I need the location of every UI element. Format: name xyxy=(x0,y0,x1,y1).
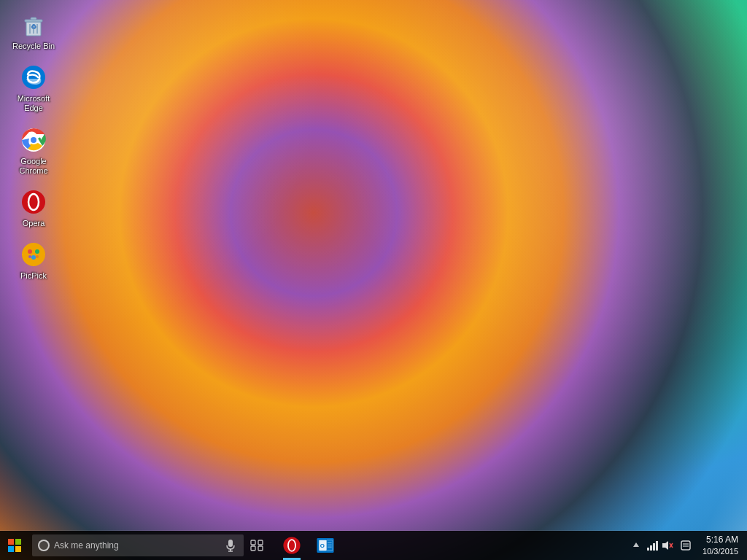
desktop-icon-picpick[interactable]: PicPick xyxy=(7,237,60,284)
svg-rect-40 xyxy=(647,548,649,551)
svg-rect-20 xyxy=(15,539,21,545)
desktop-icon-opera[interactable]: Opera xyxy=(7,184,60,231)
svg-point-13 xyxy=(22,243,45,266)
wallpaper xyxy=(0,0,747,560)
opera-label: Opera xyxy=(23,219,45,228)
task-view-button[interactable] xyxy=(244,531,270,560)
search-placeholder-text: Ask me anything xyxy=(54,540,223,551)
tray-chevron[interactable] xyxy=(629,534,643,556)
task-view-icon xyxy=(250,540,263,551)
clock[interactable]: 5:16 AM 10/3/2015 xyxy=(696,534,743,556)
edge-label: Microsoft Edge xyxy=(10,94,57,113)
svg-rect-43 xyxy=(656,541,658,551)
svg-point-10 xyxy=(31,137,36,143)
svg-point-15 xyxy=(35,249,39,254)
svg-rect-22 xyxy=(15,546,21,552)
volume-icon[interactable] xyxy=(661,534,676,556)
search-bar[interactable]: Ask me anything xyxy=(32,534,244,556)
svg-text:O: O xyxy=(320,542,325,549)
svg-point-7 xyxy=(22,66,45,89)
taskbar: Ask me anything xyxy=(0,531,747,560)
svg-rect-41 xyxy=(650,545,652,551)
svg-point-14 xyxy=(28,249,32,254)
start-button[interactable] xyxy=(0,531,29,560)
desktop-icon-recycle-bin[interactable]: ♻ Recycle Bin xyxy=(7,7,60,54)
desktop-icon-chrome[interactable]: Google Chrome xyxy=(7,122,60,179)
taskbar-opera-icon xyxy=(282,536,301,555)
desktop: ♻ Recycle Bin Microsoft Edge xyxy=(0,0,747,560)
svg-rect-27 xyxy=(258,540,263,545)
taskbar-app-outlook[interactable]: O xyxy=(309,531,341,560)
svg-rect-26 xyxy=(251,540,255,545)
edge-icon xyxy=(19,63,48,92)
svg-marker-39 xyxy=(633,542,639,547)
action-center-icon[interactable] xyxy=(677,534,694,556)
microphone-icon[interactable] xyxy=(223,534,238,556)
recycle-bin-icon: ♻ xyxy=(19,10,48,39)
clock-date: 10/3/2015 xyxy=(703,546,738,556)
svg-rect-5 xyxy=(31,18,36,20)
svg-point-17 xyxy=(28,255,31,258)
picpick-icon xyxy=(19,240,48,269)
desktop-icons: ♻ Recycle Bin Microsoft Edge xyxy=(7,7,60,284)
cortana-search-icon xyxy=(38,540,50,551)
svg-rect-28 xyxy=(251,546,255,551)
chrome-icon xyxy=(19,125,48,155)
opera-icon xyxy=(19,187,48,217)
svg-rect-19 xyxy=(8,539,14,545)
picpick-label: PicPick xyxy=(20,271,47,281)
svg-point-18 xyxy=(36,255,39,258)
svg-rect-23 xyxy=(228,540,233,547)
svg-text:♻: ♻ xyxy=(31,23,36,31)
network-icon[interactable] xyxy=(645,534,659,556)
recycle-bin-label: Recycle Bin xyxy=(12,42,55,51)
system-tray: 5:16 AM 10/3/2015 xyxy=(629,534,747,556)
clock-time: 5:16 AM xyxy=(706,534,738,546)
windows-logo-icon xyxy=(8,539,21,552)
chrome-label: Google Chrome xyxy=(10,157,57,176)
svg-rect-21 xyxy=(8,546,14,552)
taskbar-outlook-icon: O xyxy=(316,536,335,555)
svg-rect-47 xyxy=(681,541,690,550)
taskbar-apps: O xyxy=(276,531,629,560)
svg-rect-42 xyxy=(653,543,655,551)
taskbar-app-opera[interactable] xyxy=(276,531,308,560)
svg-rect-29 xyxy=(258,546,263,551)
svg-marker-44 xyxy=(662,541,668,550)
svg-point-16 xyxy=(31,255,36,260)
desktop-icon-edge[interactable]: Microsoft Edge xyxy=(7,60,60,116)
